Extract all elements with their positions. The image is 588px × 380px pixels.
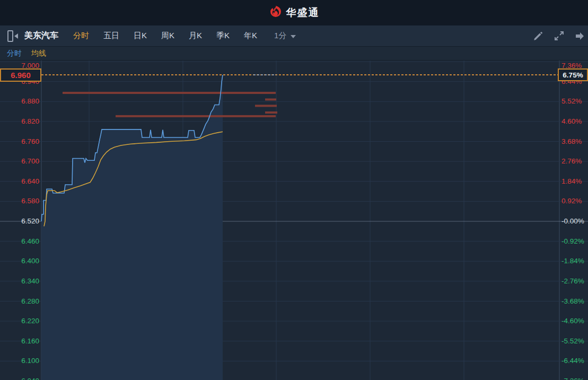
legend-minute-line[interactable]: 分时 <box>7 49 22 58</box>
right-axis-label: 1.84% <box>561 177 582 186</box>
tab-0[interactable]: 分时 <box>73 31 89 41</box>
right-axis-label: 4.60% <box>561 117 582 126</box>
period-toolbar: 美东汽车 分时五日日K周K月K季K年K 1分 <box>0 25 588 47</box>
huashengtong-app: 华盛通 美东汽车 分时五日日K周K月K季K年K 1分 <box>0 0 588 380</box>
brand-title: 华盛通 <box>286 6 320 20</box>
left-axis-label: 6.880 <box>0 97 39 106</box>
right-axis-label: 0.92% <box>561 197 582 205</box>
left-axis-label: 6.220 <box>0 317 39 325</box>
minute-chart[interactable]: 7.0006.9406.8806.8206.7606.7006.6406.580… <box>0 61 588 380</box>
left-axis-label: 6.580 <box>0 197 39 205</box>
interval-dropdown[interactable]: 1分 <box>274 31 296 41</box>
panel-collapse-icon[interactable] <box>7 30 18 42</box>
right-axis-label: -6.44% <box>561 357 584 365</box>
interval-selected-label: 1分 <box>274 31 286 41</box>
price-area-fill <box>41 75 223 380</box>
trade-bar <box>255 105 277 107</box>
left-axis-label: 6.520 <box>0 217 39 226</box>
right-axis-label: 5.52% <box>561 97 582 106</box>
left-axis-label: 6.340 <box>0 277 39 286</box>
trade-bar <box>116 115 276 117</box>
stock-name: 美东汽车 <box>24 30 58 41</box>
left-axis-label: 6.400 <box>0 257 39 265</box>
tab-5[interactable]: 季K <box>216 31 230 41</box>
period-tabs: 分时五日日K周K月K季K年K <box>73 31 271 41</box>
left-axis-label: 6.160 <box>0 337 39 346</box>
tab-2[interactable]: 日K <box>134 31 147 41</box>
right-axis-label: -5.52% <box>561 337 584 346</box>
left-axis-label: 6.700 <box>0 157 39 166</box>
trade-bar <box>265 111 277 114</box>
left-axis-label: 6.040 <box>0 377 39 380</box>
left-axis-label: 6.820 <box>0 117 39 126</box>
left-axis-label: 6.280 <box>0 297 39 306</box>
trade-bar <box>63 92 276 94</box>
left-axis-label: 6.760 <box>0 137 39 146</box>
legend-average-line[interactable]: 均线 <box>31 49 46 58</box>
current-change-badge: 6.75% <box>558 68 588 81</box>
tab-6[interactable]: 年K <box>244 31 257 41</box>
right-axis-label: -4.60% <box>561 317 584 325</box>
tab-1[interactable]: 五日 <box>103 31 119 41</box>
top-brand-bar: 华盛通 <box>0 0 588 25</box>
left-axis-label: 6.640 <box>0 177 39 186</box>
right-axis-label: 3.68% <box>561 137 582 146</box>
right-axis-label: -2.76% <box>561 277 584 286</box>
right-axis-label: -7.36% <box>561 377 584 380</box>
trade-bar <box>265 99 276 101</box>
current-price-badge: 6.960 <box>0 68 41 82</box>
right-axis-label: -3.68% <box>561 297 584 306</box>
chart-legend-bar: 分时 均线 <box>0 47 588 61</box>
right-axis-label: 2.76% <box>561 157 582 166</box>
tab-3[interactable]: 周K <box>161 31 174 41</box>
tab-4[interactable]: 月K <box>189 31 202 41</box>
left-axis-label: 6.100 <box>0 357 39 365</box>
expand-icon[interactable] <box>554 30 565 41</box>
pencil-icon[interactable] <box>533 31 543 41</box>
flame-logo-icon <box>269 5 283 21</box>
minute-chart-canvas[interactable] <box>0 61 588 380</box>
arrow-right-icon[interactable] <box>575 31 584 41</box>
right-axis-label: -0.00% <box>561 217 584 226</box>
right-axis-label: -1.84% <box>561 257 584 265</box>
left-axis-label: 6.460 <box>0 237 39 246</box>
chevron-down-icon <box>291 35 296 38</box>
right-axis-label: -0.92% <box>561 237 584 246</box>
